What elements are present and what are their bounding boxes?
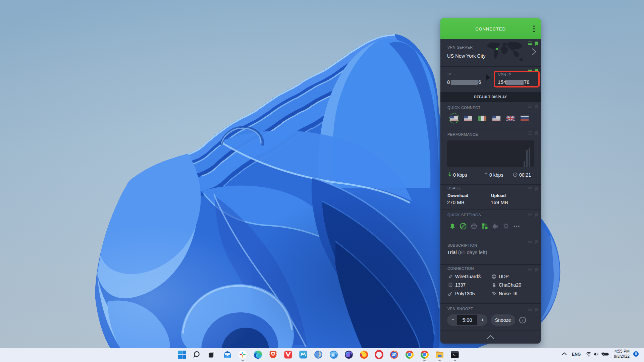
svg-text:UR: UR xyxy=(392,353,397,357)
svg-text:>_: >_ xyxy=(452,353,455,356)
